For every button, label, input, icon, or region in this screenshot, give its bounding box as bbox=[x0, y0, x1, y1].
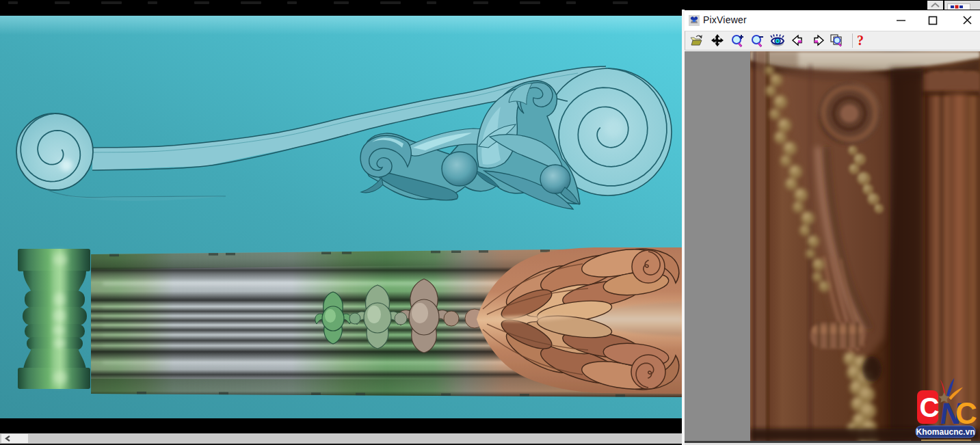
svg-text:?: ? bbox=[857, 33, 864, 48]
svg-text:Khomaucnc.vn: Khomaucnc.vn bbox=[916, 427, 975, 437]
svg-text:C: C bbox=[955, 396, 977, 430]
svg-text:C: C bbox=[920, 392, 940, 422]
